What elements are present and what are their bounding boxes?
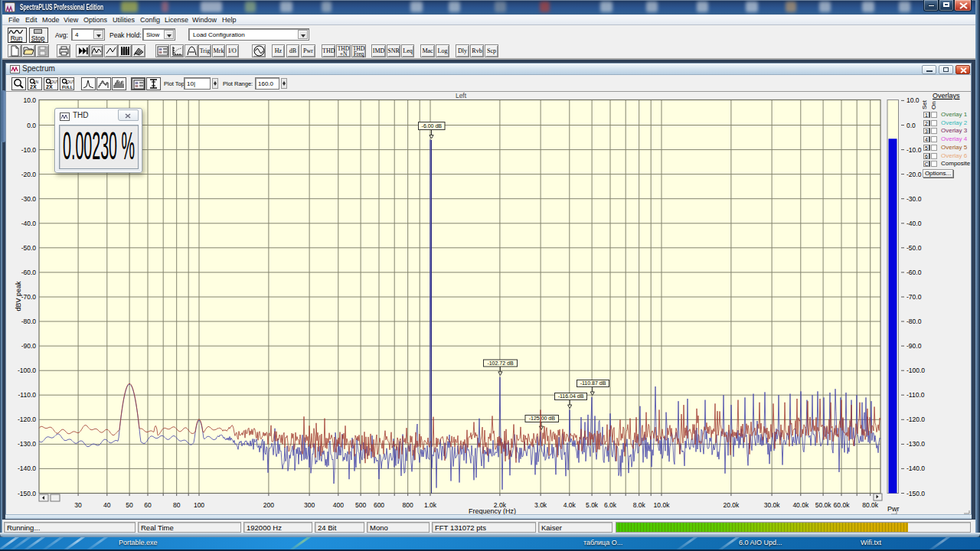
- svg-text:30: 30: [74, 501, 82, 509]
- svg-text:0.0: 0.0: [27, 122, 36, 129]
- svg-text:-110.0: -110.0: [18, 391, 37, 399]
- svg-text:-10.0: -10.0: [21, 146, 37, 154]
- svg-text:-90.0: -90.0: [906, 342, 922, 350]
- svg-text:30.0k: 30.0k: [764, 501, 781, 509]
- svg-text:600: 600: [374, 501, 384, 509]
- svg-text:80: 80: [173, 501, 181, 509]
- svg-text:10.0: 10.0: [23, 96, 36, 104]
- svg-text:4.0k: 4.0k: [564, 501, 577, 509]
- svg-text:10.0: 10.0: [906, 96, 920, 104]
- svg-text:0.00230 %: 0.00230 %: [63, 126, 135, 168]
- svg-text:-116.04 dB: -116.04 dB: [558, 393, 584, 399]
- svg-text:50.0k: 50.0k: [815, 501, 832, 509]
- svg-text:-40.0: -40.0: [906, 220, 922, 227]
- svg-text:8.0k: 8.0k: [633, 501, 646, 509]
- svg-text:-120.0: -120.0: [18, 416, 36, 423]
- svg-text:-140.0: -140.0: [18, 465, 36, 472]
- svg-text:-110.0: -110.0: [906, 391, 925, 399]
- svg-text:200: 200: [263, 501, 274, 509]
- svg-text:40.0k: 40.0k: [792, 501, 809, 509]
- svg-text:-125.00 dB: -125.00 dB: [529, 416, 556, 421]
- svg-text:100: 100: [194, 501, 204, 509]
- svg-text:60: 60: [144, 501, 152, 509]
- svg-text:Left: Left: [456, 92, 467, 99]
- svg-text:1.0k: 1.0k: [424, 501, 437, 509]
- svg-text:-110.87 dB: -110.87 dB: [580, 380, 606, 386]
- svg-text:400: 400: [333, 501, 344, 509]
- svg-text:80.0k: 80.0k: [862, 501, 879, 509]
- svg-text:40: 40: [103, 501, 111, 509]
- svg-text:-130.0: -130.0: [906, 440, 925, 448]
- svg-text:-120.0: -120.0: [906, 416, 925, 423]
- svg-text:10.0k: 10.0k: [654, 501, 671, 509]
- svg-text:20.0k: 20.0k: [724, 501, 740, 509]
- svg-text:-70.0: -70.0: [906, 293, 922, 301]
- svg-text:-60.0: -60.0: [906, 269, 922, 276]
- svg-text:-20.0: -20.0: [21, 171, 37, 178]
- svg-text:-20.0: -20.0: [906, 171, 922, 178]
- svg-text:-40.0: -40.0: [21, 220, 37, 227]
- svg-text:-30.0: -30.0: [21, 195, 37, 203]
- svg-text:3.0k: 3.0k: [534, 501, 547, 509]
- svg-text:-70.0: -70.0: [21, 293, 37, 301]
- svg-text:-90.0: -90.0: [21, 342, 37, 350]
- svg-text:dBV peak: dBV peak: [15, 281, 22, 311]
- svg-text:60.0k: 60.0k: [834, 501, 851, 509]
- svg-text:-30.0: -30.0: [906, 195, 922, 203]
- svg-text:6.0k: 6.0k: [604, 501, 617, 509]
- svg-text:-102.72 dB: -102.72 dB: [487, 360, 514, 366]
- svg-text:-130.0: -130.0: [18, 440, 36, 448]
- svg-text:Pwr: Pwr: [887, 505, 900, 513]
- svg-text:-10.0: -10.0: [906, 146, 922, 154]
- svg-text:-140.0: -140.0: [906, 465, 925, 472]
- svg-text:800: 800: [403, 501, 413, 509]
- svg-text:300: 300: [304, 501, 315, 509]
- svg-text:-150.0: -150.0: [18, 490, 36, 497]
- svg-text:500: 500: [355, 501, 366, 509]
- svg-text:-60.0: -60.0: [21, 269, 37, 276]
- svg-text:0.0: 0.0: [906, 122, 916, 129]
- svg-text:-80.0: -80.0: [906, 318, 922, 325]
- svg-text:5.0k: 5.0k: [586, 501, 599, 509]
- svg-text:-100.0: -100.0: [18, 367, 36, 374]
- svg-text:-100.0: -100.0: [906, 367, 925, 374]
- svg-text:-50.0: -50.0: [21, 244, 37, 252]
- svg-text:-150.0: -150.0: [906, 490, 925, 497]
- svg-text:-80.0: -80.0: [21, 318, 37, 325]
- svg-text:-50.0: -50.0: [906, 244, 922, 252]
- svg-text:50: 50: [126, 501, 133, 509]
- svg-text:-6.00 dB: -6.00 dB: [422, 123, 443, 129]
